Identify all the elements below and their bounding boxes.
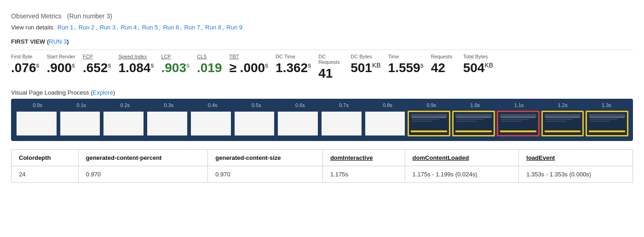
metric-label-8: DC Requests — [318, 54, 343, 65]
run-link-6[interactable]: Run 6 — [163, 24, 179, 31]
metric-value-10: 1.559s — [388, 61, 424, 75]
run-link-9[interactable]: Run 9 — [226, 24, 242, 31]
filmstrip-time-3: 0.3s — [147, 102, 190, 108]
filmstrip-frame-3[interactable] — [146, 111, 188, 136]
visual-section: Visual Page Loading Process (Explore) 0.… — [11, 89, 633, 141]
run-note: (Run number 3) — [67, 12, 112, 20]
metric-label-5[interactable]: CLS — [197, 54, 222, 59]
filmstrip-time-6: 0.6s — [278, 102, 322, 108]
filmstrip-time-7: 0.7s — [322, 102, 366, 108]
metric-col-12: Total Bytes504KB — [463, 54, 500, 81]
metric-col-8: DC Requests41 — [318, 54, 351, 81]
table-header-4[interactable]: domContentLoaded — [405, 149, 519, 166]
metric-col-11: Requests42 — [431, 54, 463, 81]
metric-col-10: Time1.559s — [388, 54, 431, 81]
filmstrip-time-0: 0.0s — [16, 102, 59, 108]
filmstrip-time-13: 1.3s — [585, 102, 628, 108]
metric-value-2: .652s — [83, 61, 111, 75]
metric-value-0: .076s — [11, 61, 40, 75]
metric-value-8: 41 — [318, 67, 343, 81]
run-link-8[interactable]: Run 8 — [205, 24, 221, 31]
filmstrip-frame-2[interactable] — [103, 111, 144, 136]
table-cell-3: 1.175s — [322, 166, 405, 182]
run-link-1[interactable]: Run 1 — [58, 24, 74, 31]
run-link-2[interactable]: Run 2 — [79, 24, 95, 31]
filmstrip-frame-13[interactable] — [586, 111, 628, 136]
metric-col-2: FCP.652s — [83, 54, 119, 81]
metric-col-6: TBT≥ .000s — [229, 54, 276, 81]
run-link-5[interactable]: Run 5 — [142, 24, 158, 31]
metric-label-9: DC Bytes — [351, 54, 380, 59]
filmstrip-frames — [16, 111, 628, 136]
metric-value-1: .900s — [47, 61, 75, 75]
filmstrip-time-5: 0.5s — [235, 102, 278, 108]
first-view-label: FIRST VIEW (RUN 3) — [11, 38, 633, 45]
metric-label-0: First Byte — [11, 54, 40, 59]
filmstrip-frame-0[interactable] — [16, 111, 58, 136]
run-link-7[interactable]: Run 7 — [184, 24, 200, 31]
explore-link[interactable]: Explore — [93, 89, 113, 96]
table-cell-5: 1.353s - 1.353s (0.000s) — [519, 166, 633, 182]
visual-label: Visual Page Loading Process (Explore) — [11, 89, 633, 96]
metric-col-1: Start Render.900s — [47, 54, 83, 81]
table-header-2: generated-content-size — [208, 149, 323, 166]
metric-label-6[interactable]: TBT — [229, 54, 268, 59]
bottom-table: Colordepthgenerated-content-percentgener… — [11, 149, 633, 183]
filmstrip-time-1: 0.1s — [59, 102, 103, 108]
filmstrip-time-2: 0.2s — [103, 102, 147, 108]
metric-value-4: .903s — [161, 61, 190, 75]
metric-col-7: DC Time1.362s — [276, 54, 318, 81]
metric-value-9: 501KB — [351, 61, 380, 75]
metric-value-3: 1.084s — [118, 61, 154, 75]
metric-label-1: Start Render — [47, 54, 75, 59]
filmstrip-time-11: 1.1s — [497, 102, 541, 108]
table-header-3[interactable]: domInteractive — [322, 149, 405, 166]
first-view-run-link[interactable]: RUN 3 — [49, 38, 67, 45]
table-cell-4: 1.175s - 1.199s (0.024s) — [405, 166, 519, 182]
metric-col-5: CLS.019 — [197, 54, 230, 81]
filmstrip-frame-11[interactable] — [497, 111, 540, 136]
table-cell-0: 24 — [12, 166, 79, 182]
metric-label-2[interactable]: FCP — [83, 54, 111, 59]
filmstrip-frame-4[interactable] — [190, 111, 232, 136]
metric-value-7: 1.362s — [276, 61, 311, 75]
metric-value-5: .019 — [197, 61, 222, 75]
table-header-5[interactable]: loadEvent — [519, 149, 633, 166]
filmstrip-time-9: 0.9s — [409, 102, 453, 108]
run-link-4[interactable]: Run 4 — [121, 24, 137, 31]
filmstrip-frame-1[interactable] — [59, 111, 101, 136]
metric-label-7: DC Time — [276, 54, 311, 59]
metric-col-9: DC Bytes501KB — [351, 54, 388, 81]
metric-value-6: ≥ .000s — [229, 61, 268, 75]
page-title: Observed Metrics (Run number 3) — [11, 9, 633, 21]
metric-label-11: Requests — [431, 54, 456, 59]
run-link-3[interactable]: Run 3 — [100, 24, 116, 31]
metric-label-3[interactable]: Speed Index — [118, 54, 154, 59]
metric-value-12: 504KB — [463, 61, 493, 75]
filmstrip-container: 0.0s0.1s0.2s0.3s0.4s0.5s0.6s0.7s0.8s0.9s… — [11, 99, 633, 141]
metrics-row: First Byte.076sStart Render.900sFCP.652s… — [11, 50, 633, 81]
filmstrip-time-4: 0.4s — [191, 102, 235, 108]
filmstrip-frame-9[interactable] — [408, 111, 450, 136]
metric-label-4[interactable]: LCP — [161, 54, 190, 59]
metric-col-4: LCP.903s — [161, 54, 197, 81]
filmstrip-frame-12[interactable] — [541, 111, 584, 136]
metric-col-0: First Byte.076s — [11, 54, 47, 81]
metric-col-3: Speed Index1.084s — [118, 54, 161, 81]
run-links-bar: View run details: Run 1, Run 2, Run 3, R… — [11, 24, 633, 31]
filmstrip-frame-8[interactable] — [364, 111, 406, 136]
filmstrip-frame-6[interactable] — [277, 111, 319, 136]
table-cell-2: 0.970 — [208, 166, 323, 182]
run-links-label: View run details: — [11, 24, 55, 31]
filmstrip-frame-5[interactable] — [234, 111, 276, 136]
metric-value-11: 42 — [431, 61, 456, 75]
filmstrip-time-12: 1.2s — [541, 102, 585, 108]
table-header-0: Colordepth — [12, 149, 79, 166]
filmstrip-frame-7[interactable] — [321, 111, 362, 136]
filmstrip-time-10: 1.0s — [453, 102, 497, 108]
filmstrip-time-8: 0.8s — [366, 102, 409, 108]
metric-label-12: Total Bytes — [463, 54, 493, 59]
filmstrip-times: 0.0s0.1s0.2s0.3s0.4s0.5s0.6s0.7s0.8s0.9s… — [16, 102, 628, 108]
table-header-1: generated-content-percent — [78, 149, 208, 166]
filmstrip-frame-10[interactable] — [452, 111, 495, 136]
